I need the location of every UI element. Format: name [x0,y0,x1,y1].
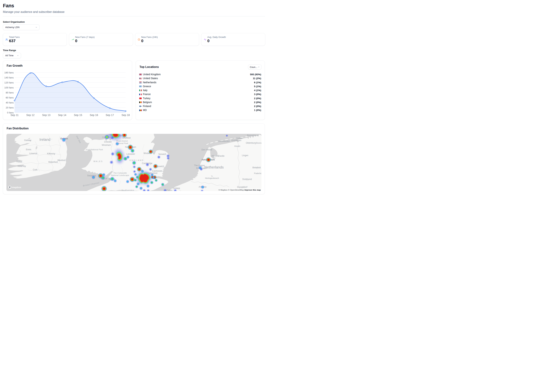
svg-text:100 fans: 100 fans [5,86,14,89]
svg-text:Peak District: Peak District [116,140,128,142]
svg-text:mapbox: mapbox [12,186,21,189]
svg-text:Wexford: Wexford [57,159,66,162]
svg-text:ENGLAND: ENGLAND [130,159,144,161]
svg-text:Bielefeld: Bielefeld [253,166,261,169]
svg-text:80 fans: 80 fans [6,91,14,94]
svg-text:Ireland: Ireland [39,138,50,141]
svg-text:Dortmund: Dortmund [242,178,252,180]
svg-text:Sep 15: Sep 15 [74,113,82,116]
svg-text:Sep 14: Sep 14 [58,113,66,116]
svg-text:Galway: Galway [24,139,32,141]
svg-text:Hertogenbosch: Hertogenbosch [205,177,219,179]
svg-text:Leeuwarden: Leeuwarden [218,140,230,142]
svg-text:Killarney: Killarney [18,165,26,168]
svg-text:120 fans: 120 fans [5,81,14,84]
svg-text:Eryri National Park: Eryri National Park [86,149,103,151]
svg-text:Limerick: Limerick [29,152,37,155]
svg-text:Dunkirk: Dunkirk [173,187,180,190]
svg-text:Groningen: Groningen [231,139,241,142]
svg-text:Breme: Breme [256,142,262,144]
svg-text:Dusseldorf: Dusseldorf [237,186,248,188]
svg-text:Norwich: Norwich [159,153,166,155]
svg-text:Ennis: Ennis [26,148,31,151]
svg-text:160 fans: 160 fans [5,71,14,74]
svg-text:Leicester: Leicester [126,153,135,155]
svg-text:Sep 13: Sep 13 [42,113,50,116]
svg-text:Bremerhave: Bremerhave [247,134,258,136]
svg-text:60 fans: 60 fans [6,96,14,99]
svg-text:Cork: Cork [33,168,37,171]
svg-text:'s-: 's- [211,175,213,177]
svg-text:Sep 16: Sep 16 [90,113,98,116]
svg-text:© Mapbox © OpenStreetMap Impro: © Mapbox © OpenStreetMap Improve this ma… [219,189,261,191]
svg-text:Emden: Emden [236,137,243,140]
svg-text:Ipswich: Ipswich [157,165,164,168]
svg-text:Netherlands: Netherlands [204,165,224,169]
svg-text:Sep 18: Sep 18 [122,113,130,116]
svg-text:Zwolle: Zwolle [218,155,225,157]
svg-text:Sep 11: Sep 11 [10,113,19,116]
svg-text:Paderbo: Paderbo [254,172,262,174]
svg-text:The Cotswolds: The Cotswolds [113,172,127,174]
svg-text:Wrexham: Wrexham [102,144,111,146]
svg-text:40 fans: 40 fans [6,101,14,104]
svg-text:140 fans: 140 fans [5,76,14,79]
svg-text:Calais: Calais [167,189,173,191]
svg-text:Chester: Chester [104,141,112,143]
svg-text:Sep 17: Sep 17 [106,113,114,116]
svg-text:WALES: WALES [94,160,103,162]
svg-text:Lingen: Lingen [242,154,248,157]
svg-text:Sep 12: Sep 12 [26,113,34,116]
svg-text:Tralee: Tralee [16,160,22,163]
svg-text:Kilkenny: Kilkenny [47,152,55,155]
svg-text:Lelystad: Lelystad [211,154,219,157]
svg-text:Assen: Assen [234,145,240,147]
svg-text:Den Helder: Den Helder [201,149,212,151]
svg-text:20 fans: 20 fans [6,106,14,109]
svg-text:Oldenburg: Oldenburg [246,142,256,144]
svg-text:Southampton: Southampton [122,189,134,191]
svg-text:National Landscape: National Landscape [111,174,129,176]
svg-text:Waterford: Waterford [48,161,57,163]
